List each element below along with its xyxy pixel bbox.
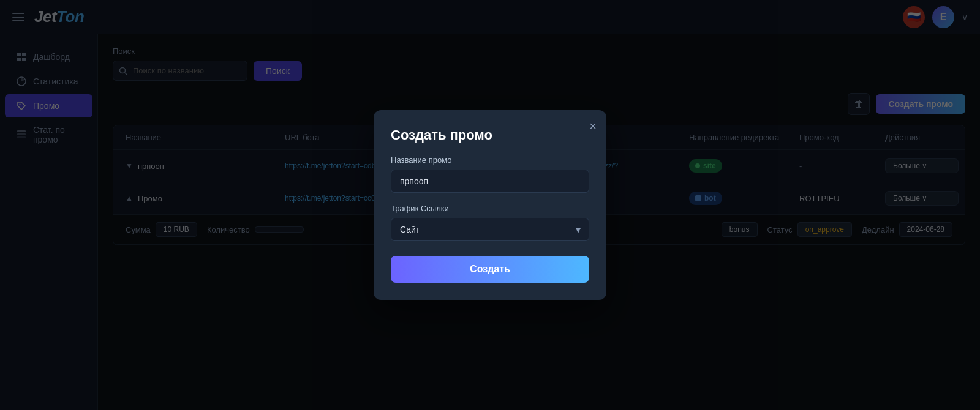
modal-name-input[interactable] (391, 170, 589, 193)
create-promo-modal: × Создать промо Название промо Трафик Сс… (374, 110, 606, 300)
modal-traffic-select[interactable]: Сайт Бот (391, 218, 589, 241)
modal-close-button[interactable]: × (589, 120, 597, 132)
modal-traffic-label: Трафик Ссылки (391, 204, 589, 213)
modal-select-wrap: Сайт Бот ▾ (391, 218, 589, 241)
modal-name-label: Название промо (391, 155, 589, 165)
modal-overlay[interactable]: × Создать промо Название промо Трафик Сс… (0, 0, 980, 410)
modal-create-button[interactable]: Создать (391, 256, 589, 283)
modal-title: Создать промо (391, 127, 589, 143)
